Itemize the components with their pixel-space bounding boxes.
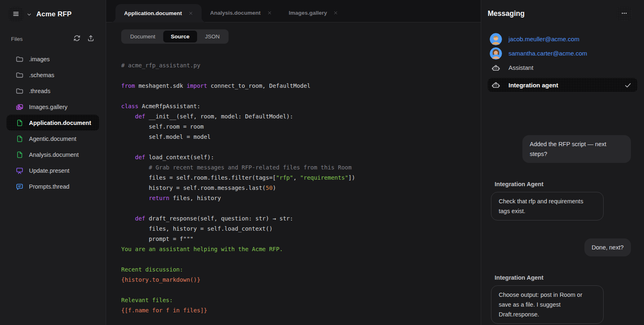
code-line[interactable]: files, history = self.load_context()	[121, 224, 481, 234]
chevron-down-icon[interactable]	[26, 11, 32, 18]
sidebar: Acme RFP Files .images.schemas.threadsIm…	[0, 0, 106, 325]
code-editor[interactable]: # acme_rfp_assistant.py from meshagent.s…	[121, 60, 481, 316]
code-line[interactable]: def draft_response(self, question: str) …	[121, 214, 481, 224]
files-section-header: Files	[0, 34, 106, 43]
view-option-document[interactable]: Document	[122, 31, 163, 42]
file-item-label: Update.present	[29, 167, 69, 174]
code-line[interactable]: Recent discussion:	[121, 265, 481, 275]
code-line[interactable]: class AcmeRfpAssistant:	[121, 101, 481, 111]
tab-label: Analysis.document	[210, 10, 261, 16]
code-line[interactable]: # Grab recent messages and RFP-related f…	[121, 162, 481, 173]
code-line[interactable]: def load_context(self):	[121, 152, 481, 162]
menu-icon	[12, 10, 20, 19]
code-line[interactable]: return files, history	[121, 193, 481, 203]
participant-name: Integration agent	[509, 82, 558, 89]
folder-icon	[16, 55, 24, 63]
message-bubble: Done, next?	[584, 238, 631, 256]
upload-button[interactable]	[87, 34, 95, 43]
message-group: Done, next?	[491, 238, 631, 256]
participant-row[interactable]: samantha.carter@acme.com	[488, 46, 637, 60]
code-line[interactable]: history = self.room.messages.last(50)	[121, 183, 481, 193]
tab[interactable]: Application.document	[115, 4, 202, 22]
message-list: Added the RFP script — next steps?Integr…	[481, 135, 644, 324]
thread-icon	[16, 183, 24, 191]
message-sender: Integration Agent	[495, 181, 631, 187]
upload-icon	[87, 34, 95, 43]
tab-label: Images.gallery	[289, 10, 327, 16]
code-line[interactable]: You are an assistant helping with the Ac…	[121, 244, 481, 254]
code-line[interactable]: self.model = model	[121, 132, 481, 142]
code-line[interactable]: {history.to_markdown()}	[121, 275, 481, 285]
participant-row[interactable]: jacob.meuller@acme.com	[488, 32, 637, 46]
message-group: Added the RFP script — next steps?	[491, 135, 631, 163]
participant-name: samantha.carter@acme.com	[509, 50, 587, 57]
file-item[interactable]: Agentic.document	[7, 131, 99, 147]
message-group: Integration AgentCheck that rfp and requ…	[491, 181, 631, 220]
view-option-json[interactable]: JSON	[197, 31, 227, 42]
code-line[interactable]: # acme_rfp_assistant.py	[121, 60, 481, 71]
message-bubble: Added the RFP script — next steps?	[522, 135, 631, 163]
close-tab-icon[interactable]	[189, 11, 193, 16]
code-line[interactable]	[121, 254, 481, 265]
tab[interactable]: Images.gallery	[280, 4, 347, 22]
gallery-icon	[16, 103, 24, 111]
code-line[interactable]: Relevant files:	[121, 295, 481, 305]
code-line[interactable]	[121, 285, 481, 295]
participant-row[interactable]: Integration agent	[488, 78, 637, 92]
file-item[interactable]: Images.gallery	[7, 99, 99, 115]
view-switcher: DocumentSourceJSON	[121, 29, 229, 44]
participant-name: Assistant	[509, 64, 533, 71]
file-item-label: .images	[29, 56, 50, 62]
present-icon	[16, 167, 24, 175]
document-icon	[16, 151, 24, 159]
files-label: Files	[11, 36, 23, 42]
file-item[interactable]: Prompts.thread	[7, 178, 99, 194]
tab-label: Application.document	[124, 10, 182, 16]
check-icon	[624, 81, 632, 89]
robot-icon	[490, 81, 502, 89]
robot-icon	[490, 64, 502, 72]
code-line[interactable]	[121, 142, 481, 152]
messaging-header: Messaging	[481, 0, 644, 21]
code-line[interactable]: files = self.room.files.filter(tags=["rf…	[121, 173, 481, 183]
file-item-label: .threads	[29, 88, 50, 94]
file-item-label: Analysis.document	[29, 151, 79, 158]
close-tab-icon[interactable]	[333, 11, 338, 15]
file-item[interactable]: .images	[7, 51, 99, 67]
file-item-label: Prompts.thread	[29, 183, 69, 190]
sidebar-header: Acme RFP	[0, 0, 106, 22]
refresh-button[interactable]	[73, 34, 81, 43]
file-item[interactable]: .threads	[7, 83, 99, 99]
participant-name: jacob.meuller@acme.com	[509, 36, 580, 42]
code-line[interactable]	[121, 203, 481, 214]
workspace-title: Acme RFP	[36, 10, 72, 18]
code-line[interactable]: {[f.name for f in files]}	[121, 305, 481, 316]
more-options-button[interactable]	[617, 7, 631, 21]
messaging-panel: Messaging jacob.meuller@acme.comsamantha…	[481, 0, 644, 325]
file-item[interactable]: Analysis.document	[7, 147, 99, 162]
code-line[interactable]: self.room = room	[121, 122, 481, 132]
code-line[interactable]: def __init__(self, room, model: DefaultM…	[121, 111, 481, 122]
menu-button[interactable]	[9, 7, 23, 22]
file-item-label: .schemas	[29, 72, 54, 78]
file-item[interactable]: .schemas	[7, 67, 99, 83]
file-item[interactable]: Update.present	[7, 162, 99, 178]
code-line[interactable]: from meshagent.sdk import connect_to_roo…	[121, 81, 481, 91]
tab-bar: Application.documentAnalysis.documentIma…	[106, 0, 481, 22]
file-item[interactable]: Application.document	[7, 115, 99, 131]
message-bubble: Choose output: post in Room or save as a…	[491, 285, 604, 324]
code-line[interactable]	[121, 71, 481, 81]
app-root: Acme RFP Files .images.schemas.threadsIm…	[0, 0, 644, 325]
participant-row[interactable]: Assistant	[488, 60, 637, 75]
document-icon	[16, 119, 24, 127]
code-line[interactable]: prompt = f"""	[121, 234, 481, 244]
folder-icon	[16, 71, 24, 79]
close-tab-icon[interactable]	[267, 11, 272, 15]
refresh-icon	[73, 34, 81, 43]
file-item-label: Images.gallery	[29, 104, 67, 110]
code-line[interactable]	[121, 91, 481, 101]
message-group: Integration AgentChoose output: post in …	[491, 274, 631, 324]
tab[interactable]: Analysis.document	[202, 4, 280, 22]
view-option-source[interactable]: Source	[163, 31, 198, 42]
messaging-title: Messaging	[488, 9, 524, 18]
